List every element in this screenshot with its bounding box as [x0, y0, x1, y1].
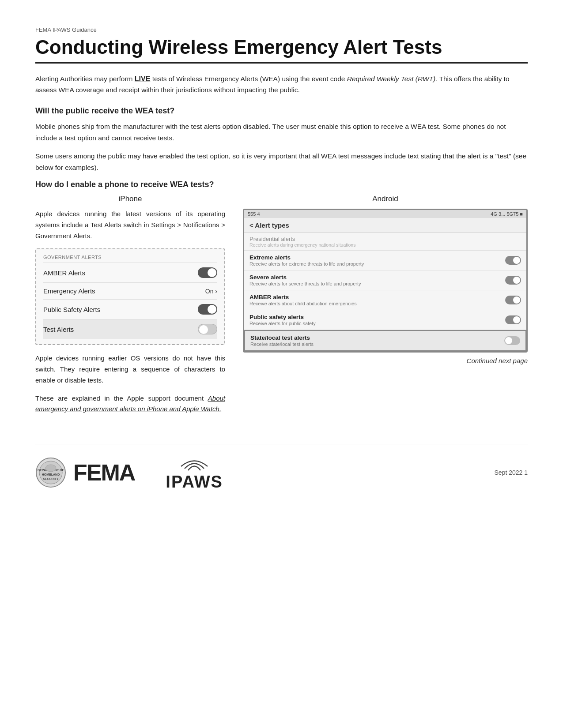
iphone-row-amber: AMBER Alerts [43, 263, 217, 283]
public-safety-title: Public safety alerts [249, 314, 316, 320]
android-row-test-alerts: State/local test alerts Receive state/lo… [244, 330, 526, 351]
extreme-desc: Receive alerts for extreme threats to li… [249, 261, 364, 266]
intro-paragraph: Alerting Authorities may perform LIVE te… [35, 73, 528, 96]
test-alerts-content: State/local test alerts Receive state/lo… [250, 334, 314, 347]
extreme-toggle[interactable] [505, 256, 521, 265]
iphone-gov-label: GOVERNMENT ALERTS [43, 255, 217, 263]
main-title: Conducting Wireless Emergency Alert Test… [35, 37, 528, 58]
iphone-row-emergency: Emergency Alerts On › [43, 283, 217, 300]
iphone-row-test-alerts: Test Alerts [43, 319, 217, 339]
android-row-amber: AMBER alerts Receive alerts about child … [244, 290, 526, 310]
ipaws-logo: IPAWS [166, 453, 223, 492]
footer-left: DEPARTMENT OF HOMELAND SECURITY FEMA [35, 457, 135, 488]
svg-point-5 [45, 465, 56, 472]
iphone-settings-mockup: GOVERNMENT ALERTS AMBER Alerts Emergency… [35, 248, 225, 345]
test-alerts-title: State/local test alerts [250, 334, 314, 341]
android-row-public-safety: Public safety alerts Receive alerts for … [244, 310, 526, 330]
public-safety-desc: Receive alerts for public safety [249, 321, 316, 326]
iphone-desc3: These are explained in the Apple support… [35, 393, 225, 415]
iphone-test-alerts-toggle[interactable] [198, 324, 217, 334]
ipaws-waves-icon [177, 453, 212, 471]
section1-heading: Will the public receive the WEA test? [35, 106, 528, 116]
iphone-desc2: Apple devices running earlier OS version… [35, 353, 225, 386]
iphone-public-safety-toggle[interactable] [198, 304, 217, 315]
section2-heading: How do I enable a phone to receive WEA t… [35, 180, 528, 189]
android-row-severe: Severe alerts Receive alerts for severe … [244, 270, 526, 290]
severe-title: Severe alerts [249, 274, 361, 281]
amber-desc: Receive alerts about child abduction eme… [249, 301, 357, 306]
public-safety-toggle[interactable] [505, 315, 521, 324]
amber-content: AMBER alerts Receive alerts about child … [249, 294, 357, 306]
iphone-test-alerts-label: Test Alerts [43, 326, 74, 333]
footer-page-info: Sept 2022 1 [494, 469, 528, 476]
iphone-row-public-safety: Public Safety Alerts [43, 300, 217, 319]
test-alerts-desc: Receive state/local test alerts [250, 341, 314, 347]
live-word: LIVE [135, 75, 151, 83]
android-back-label[interactable]: < Alert types [244, 218, 526, 233]
iphone-amber-label: AMBER Alerts [43, 269, 85, 277]
android-status-right: 4G 3... 5G75 ■ [491, 211, 523, 217]
amber-toggle[interactable] [505, 296, 521, 304]
iphone-public-safety-label: Public Safety Alerts [43, 306, 100, 313]
footer: DEPARTMENT OF HOMELAND SECURITY FEMA IPA… [35, 444, 528, 492]
iphone-emergency-label: Emergency Alerts [43, 287, 95, 295]
severe-desc: Receive alerts for severe threats to lif… [249, 281, 361, 286]
header-label: FEMA IPAWS Guidance [35, 26, 528, 33]
severe-content: Severe alerts Receive alerts for severe … [249, 274, 361, 286]
fema-wordmark: FEMA [73, 459, 135, 486]
section1-para1: Mobile phones ship from the manufacturer… [35, 121, 528, 143]
two-column-layout: iPhone Apple devices running the latest … [35, 195, 528, 422]
svg-text:SECURITY: SECURITY [43, 477, 59, 480]
fema-seal-icon: DEPARTMENT OF HOMELAND SECURITY [35, 457, 66, 488]
continued-text: Continued next page [243, 357, 528, 364]
extreme-content: Extreme alerts Receive alerts for extrem… [249, 254, 364, 266]
android-status-left: 555 4 [248, 211, 260, 217]
iphone-header: iPhone [35, 195, 225, 203]
android-screen-mockup: 555 4 4G 3... 5G75 ■ < Alert types Presi… [243, 209, 528, 353]
extreme-title: Extreme alerts [249, 254, 364, 261]
android-row-presidential: Presidential alerts Receive alerts durin… [244, 233, 526, 251]
public-safety-content: Public safety alerts Receive alerts for … [249, 314, 316, 326]
android-header: Android [243, 195, 528, 203]
severe-toggle[interactable] [505, 276, 521, 285]
iphone-emergency-value: On › [205, 288, 217, 295]
presidential-title: Presidential alerts [249, 236, 521, 242]
iphone-amber-toggle[interactable] [198, 267, 217, 278]
iphone-desc1: Apple devices running the latest version… [35, 209, 225, 241]
title-divider [35, 62, 528, 64]
svg-text:HOMELAND: HOMELAND [42, 473, 60, 476]
iphone-column: iPhone Apple devices running the latest … [35, 195, 225, 422]
android-status-bar: 555 4 4G 3... 5G75 ■ [244, 210, 526, 218]
presidential-desc: Receive alerts during emergency national… [249, 242, 521, 248]
ipaws-wordmark: IPAWS [166, 473, 223, 492]
event-code: Required Weekly Test (RWT). [347, 75, 438, 83]
amber-title: AMBER alerts [249, 294, 357, 300]
test-alerts-toggle[interactable] [504, 336, 520, 345]
section1-para2: Some users among the public may have ena… [35, 150, 528, 173]
android-row-extreme: Extreme alerts Receive alerts for extrem… [244, 251, 526, 270]
android-column: Android 555 4 4G 3... 5G75 ■ < Alert typ… [243, 195, 528, 422]
